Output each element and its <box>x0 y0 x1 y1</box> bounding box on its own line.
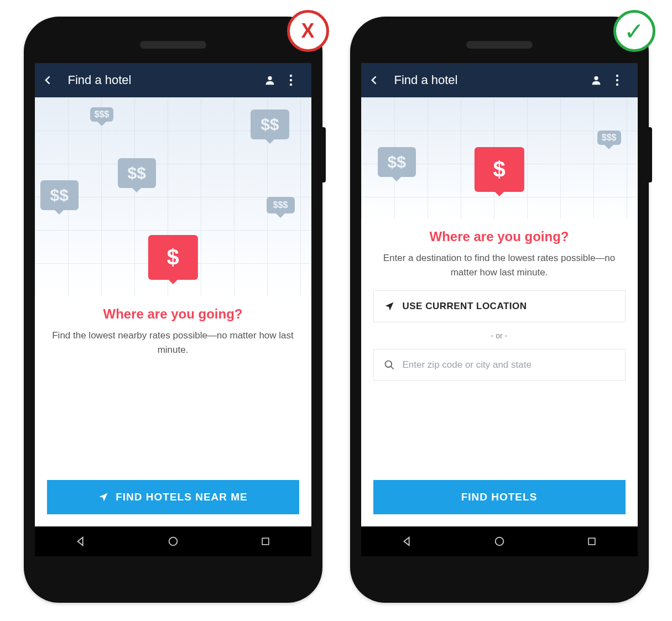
cta-label: FIND HOTELS <box>461 491 538 503</box>
subtext: Enter a destination to find the lowest r… <box>373 251 626 279</box>
phone-screen: Find a hotel $$$ $$ $$ $$ $$$ $ Where ar… <box>35 63 311 556</box>
svg-point-5 <box>169 537 178 546</box>
use-location-label: USE CURRENT LOCATION <box>403 301 527 312</box>
phone-frame: Find a hotel $$$ $$ $$ $$ $$$ $ Where ar… <box>24 17 322 603</box>
app-bar-title: Find a hotel <box>68 73 253 87</box>
price-tag: $$$ <box>597 131 621 145</box>
app-bar: Find a hotel <box>361 63 638 97</box>
svg-point-10 <box>616 84 618 86</box>
android-nav-bar <box>361 526 638 556</box>
profile-icon[interactable] <box>590 74 605 86</box>
svg-rect-15 <box>588 538 595 545</box>
use-current-location-button[interactable]: USE CURRENT LOCATION <box>373 290 626 322</box>
check-icon: ✓ <box>624 17 644 45</box>
svg-point-0 <box>268 76 272 80</box>
price-tag: $$$ <box>90 107 114 122</box>
app-bar-title: Find a hotel <box>394 73 579 87</box>
nav-recent-icon[interactable] <box>586 536 597 547</box>
svg-rect-6 <box>262 538 269 545</box>
svg-point-14 <box>496 537 504 546</box>
price-tag: $$ <box>40 180 79 210</box>
location-arrow-icon <box>384 301 395 312</box>
find-hotels-near-me-button[interactable]: FIND HOTELS NEAR ME <box>47 480 299 514</box>
phone-speaker <box>466 41 533 49</box>
heading: Where are you going? <box>47 306 299 322</box>
svg-point-7 <box>594 76 598 80</box>
phone-frame: Find a hotel $$$ $$ $ Where are you goin… <box>350 17 649 603</box>
nav-back-icon[interactable] <box>401 535 413 547</box>
nav-recent-icon[interactable] <box>260 536 271 547</box>
back-icon[interactable] <box>43 75 57 86</box>
phone-power-button <box>649 127 652 182</box>
phone-screen: Find a hotel $$$ $$ $ Where are you goin… <box>361 63 638 556</box>
svg-point-3 <box>289 84 291 86</box>
svg-point-9 <box>616 79 618 81</box>
svg-point-8 <box>616 75 618 77</box>
nav-back-icon[interactable] <box>75 535 87 547</box>
svg-point-1 <box>289 75 291 77</box>
nav-home-icon[interactable] <box>493 535 506 547</box>
back-icon[interactable] <box>369 75 383 86</box>
svg-marker-4 <box>78 537 83 546</box>
svg-point-11 <box>385 361 392 368</box>
phone-example-wrong: X Find a hotel $$$ $$ $$ $$ <box>24 17 322 603</box>
map-hero: $$$ $$ $$ $$ $$$ $ <box>35 97 311 296</box>
search-icon <box>384 359 395 370</box>
more-icon[interactable] <box>616 74 630 86</box>
svg-point-2 <box>289 79 291 81</box>
price-tag-highlight: $ <box>474 147 524 192</box>
price-tag: $$ <box>378 147 416 177</box>
phone-power-button <box>322 127 326 182</box>
location-arrow-icon <box>98 492 109 503</box>
or-divider: - or - <box>373 331 626 340</box>
content-area: Where are you going? Find the lowest nea… <box>35 296 311 526</box>
svg-line-12 <box>390 367 393 369</box>
badge-wrong: X <box>287 10 329 52</box>
nav-home-icon[interactable] <box>167 535 179 547</box>
content-area: Where are you going? Enter a destination… <box>361 219 638 526</box>
subtext: Find the lowest nearby rates possible—no… <box>47 328 299 357</box>
app-bar: Find a hotel <box>35 63 311 97</box>
heading: Where are you going? <box>373 229 626 244</box>
phone-example-right: ✓ Find a hotel $$$ $$ $ <box>350 17 649 603</box>
phone-speaker <box>140 41 206 49</box>
price-tag-highlight: $ <box>148 235 197 280</box>
more-icon[interactable] <box>289 74 304 86</box>
profile-icon[interactable] <box>264 74 278 86</box>
x-icon: X <box>301 19 314 43</box>
destination-input[interactable] <box>403 359 615 370</box>
find-hotels-button[interactable]: FIND HOTELS <box>373 480 626 514</box>
destination-search-field[interactable] <box>373 349 626 381</box>
price-tag: $$$ <box>267 197 295 213</box>
price-tag: $$ <box>251 109 289 139</box>
cta-label: FIND HOTELS NEAR ME <box>116 491 248 503</box>
android-nav-bar <box>35 526 311 556</box>
map-hero: $$$ $$ $ <box>361 97 638 219</box>
price-tag: $$ <box>118 158 156 188</box>
svg-marker-13 <box>404 537 409 546</box>
badge-correct: ✓ <box>613 10 655 52</box>
